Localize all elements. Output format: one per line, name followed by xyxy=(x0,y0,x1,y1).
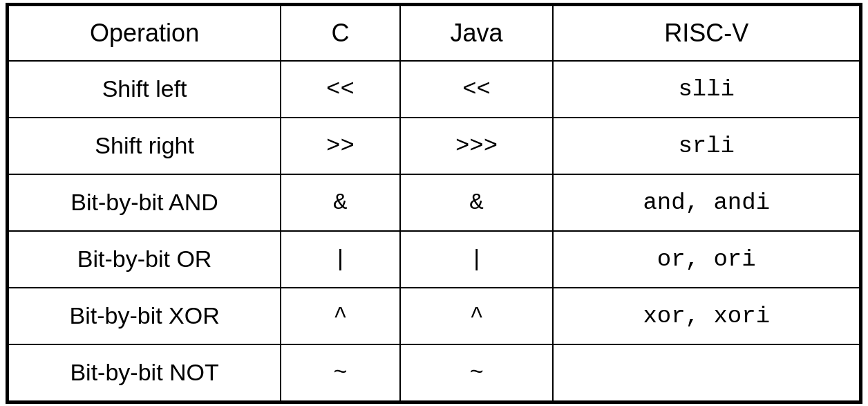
riscv-xor: xor, xori xyxy=(553,288,860,344)
table-row: Shift left << << slli xyxy=(8,61,860,118)
c-or: | xyxy=(281,231,399,288)
riscv-and: and, andi xyxy=(553,174,860,231)
c-xor: ^ xyxy=(281,288,399,344)
java-shift-left: << xyxy=(400,61,554,118)
java-shift-right: >>> xyxy=(400,118,554,174)
c-and: & xyxy=(281,174,399,231)
table-row: Bit-by-bit OR | | or, ori xyxy=(8,231,860,288)
java-and: & xyxy=(400,174,554,231)
c-not: ~ xyxy=(281,344,399,401)
operation-or: Bit-by-bit OR xyxy=(8,231,281,288)
c-shift-left: << xyxy=(281,61,399,118)
table-row: Bit-by-bit XOR ^ ^ xor, xori xyxy=(8,288,860,344)
header-java: Java xyxy=(400,6,554,61)
java-not: ~ xyxy=(400,344,554,401)
java-xor: ^ xyxy=(400,288,554,344)
operations-table: Operation C Java RISC-V Shift left << <<… xyxy=(8,5,860,402)
operation-shift-left: Shift left xyxy=(8,61,281,118)
c-shift-right: >> xyxy=(281,118,399,174)
operation-xor: Bit-by-bit XOR xyxy=(8,288,281,344)
java-or: | xyxy=(400,231,554,288)
operation-shift-right: Shift right xyxy=(8,118,281,174)
header-riscv: RISC-V xyxy=(553,6,860,61)
operation-and: Bit-by-bit AND xyxy=(8,174,281,231)
table-row: Bit-by-bit NOT ~ ~ xyxy=(8,344,860,401)
riscv-shift-left: slli xyxy=(553,61,860,118)
table-container: Operation C Java RISC-V Shift left << <<… xyxy=(6,3,862,404)
riscv-or: or, ori xyxy=(553,231,860,288)
riscv-not xyxy=(553,344,860,401)
header-operation: Operation xyxy=(8,6,281,61)
operation-not: Bit-by-bit NOT xyxy=(8,344,281,401)
header-c: C xyxy=(281,6,399,61)
riscv-shift-right: srli xyxy=(553,118,860,174)
table-row: Shift right >> >>> srli xyxy=(8,118,860,174)
table-row: Bit-by-bit AND & & and, andi xyxy=(8,174,860,231)
header-row: Operation C Java RISC-V xyxy=(8,6,860,61)
